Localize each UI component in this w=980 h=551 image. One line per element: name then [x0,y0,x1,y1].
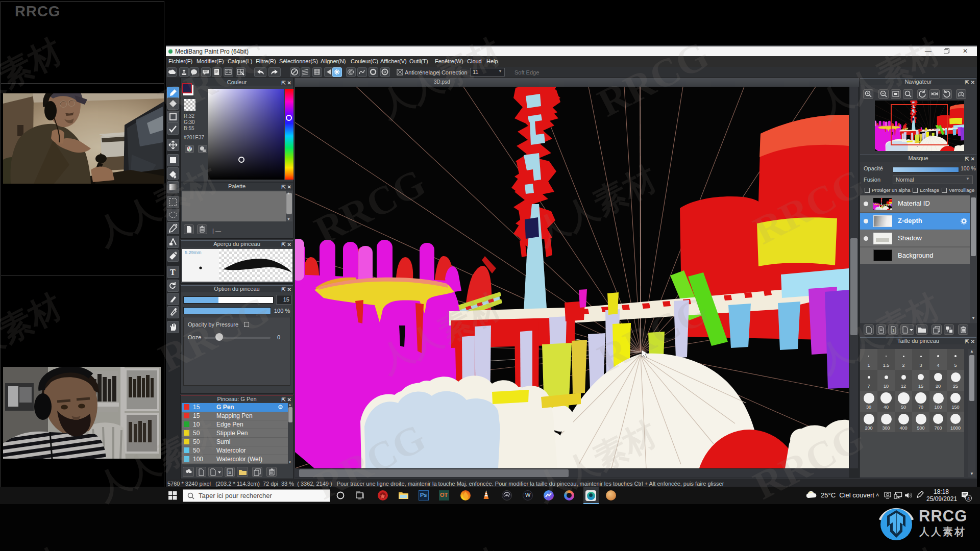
svg-text:T: T [170,268,176,277]
svg-text:S: S [228,470,231,475]
svg-text:1: 1 [892,328,895,333]
